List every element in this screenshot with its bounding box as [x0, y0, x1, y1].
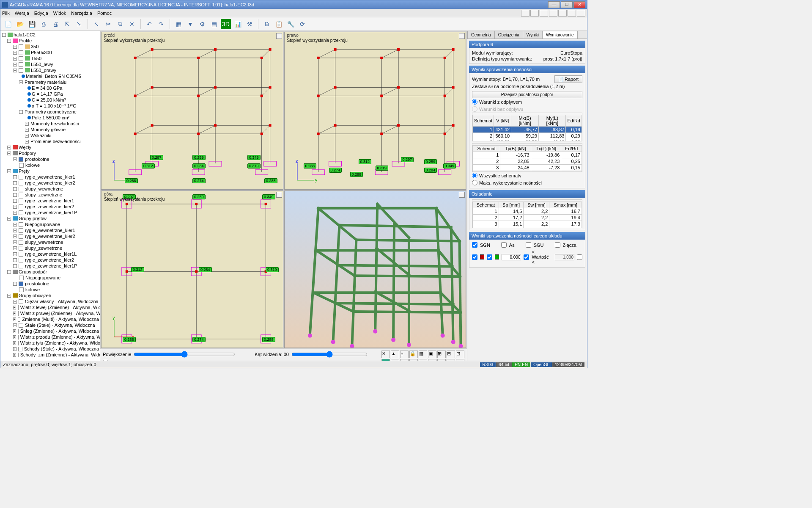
menu-ctrl-1[interactable] — [521, 10, 529, 17]
calc-icon[interactable]: ⚙ — [197, 19, 207, 29]
chk-sgu[interactable] — [526, 242, 531, 248]
print-icon[interactable]: 🖨 — [50, 19, 60, 29]
redo-icon[interactable]: ↷ — [156, 19, 166, 29]
val-max-input[interactable] — [555, 254, 574, 260]
tree-gob[interactable]: Grupy obciążeń — [19, 293, 51, 298]
table-icon[interactable]: ▤ — [209, 19, 219, 29]
chk-c4[interactable] — [577, 254, 582, 260]
tree-zm[interactable]: Zmienne (Multi) - Aktywna, Widoczna — [22, 316, 99, 322]
import-icon[interactable]: ⇱ — [62, 19, 72, 29]
tree-pane[interactable]: −hala1-EC2 −Profile +350 +P550x300 +T550… — [0, 31, 100, 361]
tree-profile[interactable]: Profile — [19, 38, 32, 44]
menu-edycja[interactable]: Edycja — [34, 11, 48, 16]
copy-icon[interactable]: ⧉ — [115, 19, 125, 29]
settings2-icon[interactable]: ⚒ — [244, 19, 255, 29]
viewport-right[interactable]: prawo Stopień wykorzystania przekroju — [284, 32, 466, 190]
cut-icon[interactable]: ✂ — [103, 19, 113, 29]
ctrl-btn[interactable]: ⊞ — [437, 351, 446, 358]
save-icon[interactable]: 💾 — [27, 19, 37, 29]
undo-icon[interactable]: ↶ — [144, 19, 154, 29]
tree-gp-rw1[interactable]: rygle_wewnetrzne_kier1 — [25, 227, 75, 233]
new-icon[interactable]: 📄 — [3, 19, 13, 29]
ctrl-btn[interactable]: ⊡ — [456, 351, 464, 358]
ctrl-btn[interactable]: ⊟ — [447, 351, 455, 358]
tree-wz[interactable]: Wiatr z przodu (Zmienne) - Aktywna, Wido… — [20, 334, 100, 340]
chk-c3[interactable] — [524, 254, 529, 260]
export-icon[interactable]: ⇲ — [74, 19, 84, 29]
zoom-slider[interactable] — [134, 351, 235, 358]
chk-sgn[interactable] — [472, 242, 477, 248]
tree-rw2[interactable]: rygle_wewnetrzne_kier2 — [25, 180, 75, 186]
tree-gp[interactable]: Grupy prętów — [19, 215, 47, 221]
tree-mg[interactable]: Momenty główne — [30, 127, 66, 133]
tree-schz[interactable]: Schody_zm (Zmienne) - Aktywna, Widoczna — [20, 352, 100, 358]
tab-obciazenia[interactable]: Obciążenia — [494, 31, 523, 39]
tree-gpod-np[interactable]: Niepogrupowane — [25, 275, 60, 281]
radio-max-use[interactable] — [472, 180, 477, 185]
tree-t550[interactable]: T550 — [31, 55, 41, 61]
tree-gpod-prost[interactable]: prostokotne — [25, 281, 49, 287]
ctrl-btn[interactable]: ✕ — [381, 351, 390, 358]
ctrl-btn[interactable]: ▲ — [391, 351, 399, 358]
maximize-vp-icon[interactable] — [459, 33, 465, 39]
maximize-vp-icon[interactable] — [276, 33, 282, 39]
chk-c2[interactable] — [487, 254, 492, 260]
tree-param-geo[interactable]: Parametry geometryczne — [25, 109, 77, 115]
tree-mb[interactable]: Momenty bezwładności — [30, 121, 79, 127]
tree-rz1[interactable]: rygle_zewnetrzne_kier1 — [25, 198, 74, 204]
tree-prost[interactable]: prostokotne — [25, 156, 49, 162]
tree-wezly[interactable]: Węzły — [19, 144, 31, 150]
tab-wyniki[interactable]: Wyniki — [523, 31, 543, 39]
tree-p550x300[interactable]: P550x300 — [31, 50, 52, 55]
tree-param-mat[interactable]: Parametry materiału — [25, 79, 66, 85]
radio-odplyw[interactable] — [472, 99, 477, 105]
tree-kol[interactable]: kolowe — [25, 162, 40, 168]
saveas-icon[interactable]: ⎙ — [38, 19, 49, 29]
angle-slider[interactable] — [291, 351, 368, 358]
tree-root[interactable]: hala1-EC2 — [14, 32, 36, 38]
przepisz-button[interactable]: Przepisz podatności podpór — [472, 91, 582, 98]
tree-wt[interactable]: Wiatr z tyłu (Zmienne) - Aktywna, Widocz… — [20, 340, 100, 346]
chart-icon[interactable]: 📊 — [233, 19, 243, 29]
ctrl-btn[interactable]: ▣ — [428, 351, 436, 358]
tree-podpory[interactable]: Podpory — [19, 150, 36, 156]
viewport-front[interactable]: przód Stopień wykorzystania przekroju — [101, 32, 283, 190]
tree-350[interactable]: 350 — [31, 44, 38, 50]
tree-gp-rz1p[interactable]: rygle_zewnetrzne_kier1P — [25, 263, 77, 269]
menu-pomoc[interactable]: Pomoc — [97, 11, 112, 16]
tree-gpod-kol[interactable]: kolowe — [25, 287, 40, 293]
val-min-input[interactable] — [502, 254, 521, 260]
ctrl-btn[interactable]: ▦ — [419, 351, 427, 358]
calc2-icon[interactable]: 🗎 — [262, 19, 272, 29]
menu-ctrl-4[interactable] — [549, 10, 557, 17]
tree-gp-rz1l[interactable]: rygle_zewnetrzne_kier1L — [25, 251, 77, 257]
maximize-button[interactable]: □ — [561, 1, 573, 8]
tree-rw1[interactable]: rygle_wewnetrzne_kier1 — [25, 174, 75, 180]
wrench-icon[interactable]: 🔧 — [285, 19, 296, 29]
table1-wrap[interactable]: SchematV [kN]Mx(B) [kNm]My(L) [kNm]Ed/Rd… — [472, 113, 582, 141]
tree-sn[interactable]: Śnieg (Zmienne) - Aktywna, Widoczna — [20, 328, 99, 334]
ctrl-btn[interactable]: ⌂ — [400, 351, 409, 358]
tree-st[interactable]: Stałe (Stałe) - Aktywna, Widoczna — [25, 322, 95, 328]
menu-ctrl-7[interactable] — [577, 10, 585, 17]
tree-sz[interactable]: slupy_zewnetrzne — [25, 192, 62, 198]
tree-sw[interactable]: slupy_wewnetrzne — [25, 186, 63, 192]
menu-narzedzia[interactable]: Narzędzia — [71, 11, 92, 16]
tab-geometria[interactable]: Geometria — [467, 31, 495, 39]
table2-wrap[interactable]: SchematTy(B) [kN]Tx(L) [kN]Ed/Rd 1-16,73… — [472, 143, 582, 172]
tree-gp-rw2[interactable]: rygle_wewnetrzne_kier2 — [25, 233, 75, 239]
chk-c1[interactable] — [472, 254, 477, 260]
menu-ctrl-3[interactable] — [540, 10, 548, 17]
tree-mat[interactable]: Materiał: Beton EN C35/45 — [26, 73, 81, 79]
viewport-top[interactable]: góra Stopień wykorzystania przekroju — [101, 190, 283, 348]
delete-icon[interactable]: ✕ — [127, 19, 137, 29]
tree-gp-rz2[interactable]: rygle_zewnetrzne_kier2 — [25, 257, 74, 263]
report-icon[interactable]: 📋 — [274, 19, 284, 29]
tree-np[interactable]: Niepogrupowane — [25, 221, 60, 227]
toggle-icon[interactable]: − — [2, 33, 6, 37]
viewport-3d[interactable] — [284, 190, 466, 348]
grid-icon[interactable]: ▦ — [173, 19, 184, 29]
ctrl-btn[interactable]: 🔒 — [409, 351, 418, 358]
tree-sch[interactable]: Schody (Stałe) - Aktywna, Widoczna — [24, 346, 99, 352]
maximize-vp-icon[interactable] — [276, 192, 282, 198]
